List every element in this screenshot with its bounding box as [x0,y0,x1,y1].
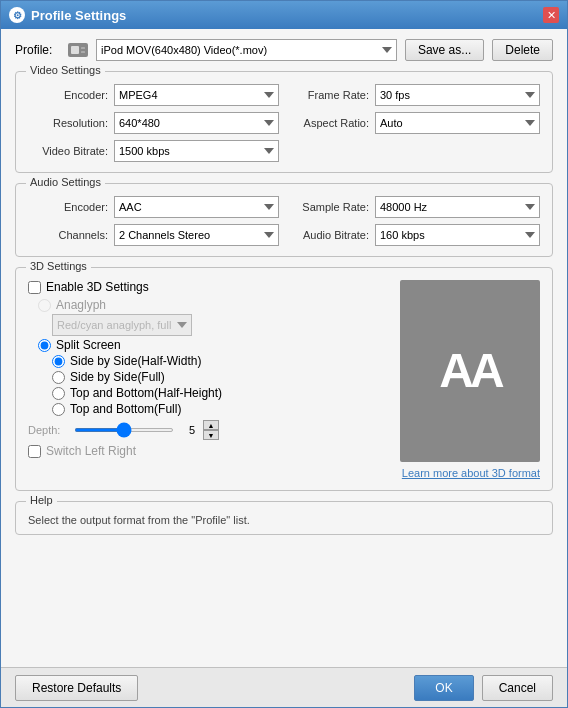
audio-bitrate-row: Audio Bitrate: 160 kbps [289,224,540,246]
help-title: Help [26,494,57,506]
depth-value: 5 [180,424,195,436]
enable-3d-label: Enable 3D Settings [46,280,149,294]
enable-3d-row: Enable 3D Settings [28,280,390,294]
top-full-label: Top and Bottom(Full) [70,402,181,416]
resolution-row: Resolution: 640*480 [28,112,279,134]
anaglyph-select[interactable]: Red/cyan anaglyph, full color [52,314,192,336]
close-button[interactable]: ✕ [543,7,559,23]
aspect-ratio-label: Aspect Ratio: [289,117,369,129]
frame-rate-row: Frame Rate: 30 fps [289,84,540,106]
switch-lr-row: Switch Left Right [28,444,390,458]
profile-row: Profile: iPod MOV(640x480) Video(*.mov) … [15,39,553,61]
side-half-row: Side by Side(Half-Width) [52,354,390,368]
top-half-radio[interactable] [52,387,65,400]
audio-right: Sample Rate: 48000 Hz Audio Bitrate: 160… [289,196,540,246]
svg-rect-1 [71,46,79,54]
frame-rate-label: Frame Rate: [289,89,369,101]
profile-settings-window: ⚙ Profile Settings ✕ Profile: iPod MOV(6… [0,0,568,708]
3d-preview-text: AA [439,347,500,395]
3d-settings-section: 3D Settings Enable 3D Settings Anaglyph [15,267,553,491]
ok-button[interactable]: OK [414,675,473,701]
video-settings-grid: Encoder: MPEG4 Resolution: 640*480 Video… [28,84,540,162]
audio-left: Encoder: AAC Channels: 2 Channels Stereo [28,196,279,246]
aspect-ratio-select[interactable]: Auto [375,112,540,134]
encoder-row: Encoder: MPEG4 [28,84,279,106]
save-as-button[interactable]: Save as... [405,39,484,61]
video-right: Frame Rate: 30 fps Aspect Ratio: Auto [289,84,540,162]
svg-rect-3 [81,51,85,53]
switch-lr-label: Switch Left Right [46,444,136,458]
top-half-row: Top and Bottom(Half-Height) [52,386,390,400]
anaglyph-select-row: Red/cyan anaglyph, full color [52,314,390,336]
audio-settings-grid: Encoder: AAC Channels: 2 Channels Stereo [28,196,540,246]
depth-slider[interactable] [74,428,174,432]
side-full-label: Side by Side(Full) [70,370,165,384]
depth-down-button[interactable]: ▼ [203,430,219,440]
split-screen-label: Split Screen [56,338,121,352]
top-full-radio[interactable] [52,403,65,416]
profile-select[interactable]: iPod MOV(640x480) Video(*.mov) [96,39,397,61]
resolution-label: Resolution: [28,117,108,129]
frame-rate-select[interactable]: 30 fps [375,84,540,106]
video-settings-title: Video Settings [26,64,105,76]
learn-more-row: Learn more about 3D format [28,466,540,480]
side-full-radio[interactable] [52,371,65,384]
3d-preview-box: AA [400,280,540,462]
anaglyph-label: Anaglyph [56,298,106,312]
main-content: Profile: iPod MOV(640x480) Video(*.mov) … [1,29,567,667]
video-bitrate-label: Video Bitrate: [28,145,108,157]
side-half-label: Side by Side(Half-Width) [70,354,201,368]
audio-encoder-select[interactable]: AAC [114,196,279,218]
video-bitrate-select[interactable]: 1500 kbps [114,140,279,162]
video-bitrate-row: Video Bitrate: 1500 kbps [28,140,279,162]
audio-settings-title: Audio Settings [26,176,105,188]
anaglyph-row: Anaglyph [38,298,390,312]
split-screen-radio[interactable] [38,339,51,352]
aspect-ratio-row: Aspect Ratio: Auto [289,112,540,134]
profile-label: Profile: [15,43,60,57]
restore-defaults-button[interactable]: Restore Defaults [15,675,138,701]
cancel-button[interactable]: Cancel [482,675,553,701]
help-section: Help Select the output format from the "… [15,501,553,535]
3d-settings-left: Enable 3D Settings Anaglyph Red/cyan ana… [28,280,390,462]
top-half-label: Top and Bottom(Half-Height) [70,386,222,400]
audio-encoder-row: Encoder: AAC [28,196,279,218]
video-settings-section: Video Settings Encoder: MPEG4 Resolution… [15,71,553,173]
3d-settings-title: 3D Settings [26,260,91,272]
profile-icon [68,43,88,57]
window-title: Profile Settings [31,8,543,23]
resolution-select[interactable]: 640*480 [114,112,279,134]
title-bar: ⚙ Profile Settings ✕ [1,1,567,29]
audio-settings-section: Audio Settings Encoder: AAC Channels: 2 … [15,183,553,257]
encoder-label: Encoder: [28,89,108,101]
footer-buttons: OK Cancel [414,675,553,701]
sample-rate-label: Sample Rate: [289,201,369,213]
audio-bitrate-select[interactable]: 160 kbps [375,224,540,246]
depth-row: Depth: 5 ▲ ▼ [28,420,390,440]
enable-3d-checkbox[interactable] [28,281,41,294]
anaglyph-radio[interactable] [38,299,51,312]
help-text: Select the output format from the "Profi… [28,514,540,526]
delete-button[interactable]: Delete [492,39,553,61]
channels-row: Channels: 2 Channels Stereo [28,224,279,246]
video-left: Encoder: MPEG4 Resolution: 640*480 Video… [28,84,279,162]
channels-select[interactable]: 2 Channels Stereo [114,224,279,246]
encoder-select[interactable]: MPEG4 [114,84,279,106]
top-full-row: Top and Bottom(Full) [52,402,390,416]
side-half-radio[interactable] [52,355,65,368]
svg-rect-2 [81,47,85,49]
depth-up-button[interactable]: ▲ [203,420,219,430]
learn-more-link[interactable]: Learn more about 3D format [402,467,540,479]
split-screen-row: Split Screen [38,338,390,352]
depth-spinner: ▲ ▼ [203,420,219,440]
channels-label: Channels: [28,229,108,241]
audio-encoder-label: Encoder: [28,201,108,213]
audio-bitrate-label: Audio Bitrate: [289,229,369,241]
footer: Restore Defaults OK Cancel [1,667,567,707]
side-full-row: Side by Side(Full) [52,370,390,384]
switch-lr-checkbox[interactable] [28,445,41,458]
depth-label: Depth: [28,424,68,436]
window-icon: ⚙ [9,7,25,23]
3d-settings-content: Enable 3D Settings Anaglyph Red/cyan ana… [28,280,540,462]
sample-rate-select[interactable]: 48000 Hz [375,196,540,218]
